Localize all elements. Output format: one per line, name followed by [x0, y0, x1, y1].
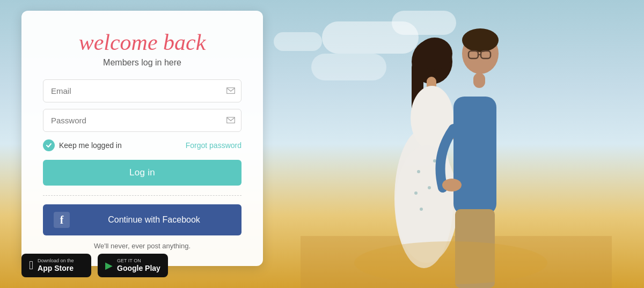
divider	[43, 195, 241, 196]
remember-checkbox[interactable]	[43, 139, 55, 151]
subtitle: Members log in here	[43, 58, 241, 68]
couple-figure	[301, 0, 612, 288]
remember-left: Keep me logged in	[43, 139, 122, 151]
google-play-name: Google Play	[117, 264, 160, 273]
password-wrapper	[43, 109, 241, 132]
app-store-small: Download on the	[38, 258, 74, 264]
svg-point-11	[414, 191, 418, 195]
google-play-icon: ▶	[105, 260, 113, 271]
email-input[interactable]	[43, 79, 241, 102]
facebook-button-label: Continue with Facebook	[77, 215, 231, 225]
svg-rect-20	[473, 73, 485, 88]
svg-point-13	[420, 208, 423, 211]
app-store-text: Download on the App Store	[38, 258, 74, 273]
svg-point-5	[417, 38, 452, 70]
password-icon	[226, 116, 235, 125]
facebook-icon: f	[54, 212, 70, 228]
svg-rect-14	[453, 97, 496, 215]
google-play-small: GET IT ON	[117, 258, 160, 264]
svg-point-23	[354, 241, 547, 284]
google-play-badge[interactable]: ▶ GET IT ON Google Play	[98, 254, 168, 277]
facebook-button[interactable]: f Continue with Facebook	[43, 204, 241, 235]
svg-point-10	[428, 186, 431, 189]
remember-label: Keep me logged in	[59, 141, 122, 150]
google-play-text: GET IT ON Google Play	[117, 258, 160, 273]
app-store-badge[interactable]:  Download on the App Store	[21, 254, 91, 277]
apple-icon: 	[29, 259, 33, 272]
email-wrapper	[43, 79, 241, 102]
store-badges:  Download on the App Store ▶ GET IT ON …	[21, 254, 168, 277]
welcome-title: welcome back	[43, 30, 241, 55]
app-store-name: App Store	[38, 264, 74, 273]
svg-point-9	[417, 170, 420, 173]
forgot-password-link[interactable]: Forgot password	[186, 141, 241, 150]
email-icon	[226, 87, 235, 95]
svg-point-22	[442, 179, 462, 191]
login-panel: welcome back Members log in here	[21, 11, 263, 266]
svg-point-16	[462, 28, 499, 52]
login-button[interactable]: Log in	[43, 160, 241, 186]
remember-row: Keep me logged in Forgot password	[43, 139, 241, 151]
password-input[interactable]	[43, 109, 241, 132]
never-post-text: We'll never, ever post anything.	[43, 242, 241, 250]
